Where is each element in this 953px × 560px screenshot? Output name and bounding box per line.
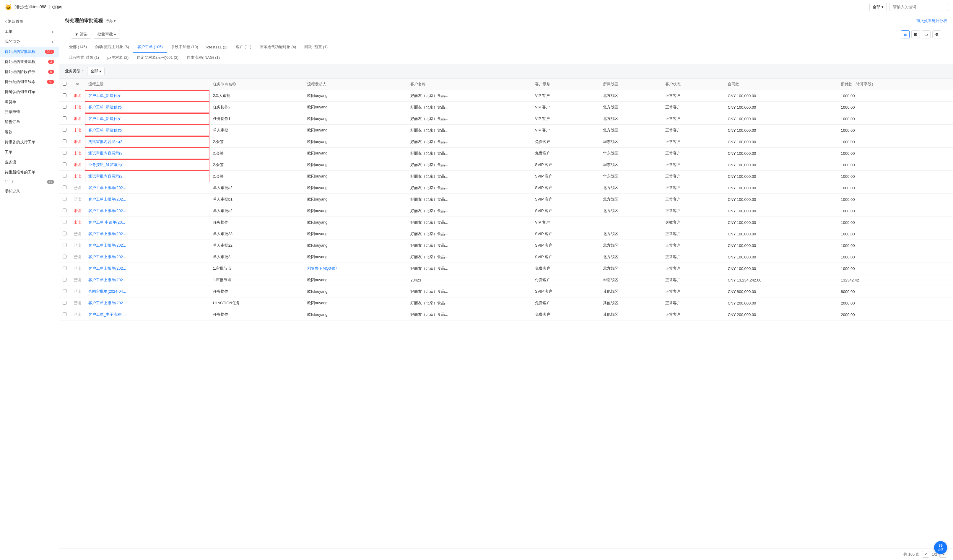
tab-candy[interactable]: 拿铁不加糖 (10) bbox=[167, 42, 202, 53]
row-check[interactable] bbox=[59, 205, 70, 217]
row-check[interactable] bbox=[59, 125, 70, 136]
flow-topic-cell[interactable]: 客户工单上报单(202... bbox=[85, 205, 210, 217]
row-checkbox[interactable] bbox=[63, 278, 67, 281]
row-check[interactable] bbox=[59, 159, 70, 171]
row-check[interactable] bbox=[59, 251, 70, 263]
sidebar-item-1111[interactable]: 1111 11 bbox=[0, 177, 59, 186]
row-checkbox[interactable] bbox=[63, 128, 67, 132]
sidebar-item-return-order[interactable]: 退货单 bbox=[0, 97, 59, 107]
flow-topic-link[interactable]: 客户工单_主子流程-... bbox=[88, 312, 126, 316]
flow-topic-link[interactable]: 客户工单_新建触发-... bbox=[88, 93, 126, 98]
list-view-button[interactable]: ☰ bbox=[901, 30, 910, 39]
grid-view-button[interactable]: ⊞ bbox=[911, 30, 920, 39]
flow-topic-link[interactable]: 客户工单上报单(202... bbox=[88, 278, 126, 282]
tab-customer[interactable]: 客户 (11) bbox=[231, 42, 256, 53]
flow-topic-cell[interactable]: 客户工单上报单(202... bbox=[85, 240, 210, 251]
sidebar-item-sales-order[interactable]: 销售订单 bbox=[0, 117, 59, 127]
row-checkbox[interactable] bbox=[63, 197, 67, 201]
row-checkbox[interactable] bbox=[63, 266, 67, 270]
flow-topic-link[interactable]: 客户工单_新建触发-... bbox=[88, 116, 126, 121]
tab-all[interactable]: 全部 (145) bbox=[65, 42, 91, 53]
flow-topic-link[interactable]: 客户工单 申请单(20... bbox=[88, 220, 125, 225]
flow-topic-cell[interactable]: 客户工单上报单(202... bbox=[85, 182, 210, 194]
flow-topic-cell[interactable]: 客户工单_新建触发-... bbox=[85, 90, 210, 102]
flow-topic-cell[interactable]: 客户工单_新建触发-... bbox=[85, 113, 210, 125]
sidebar-item-refund[interactable]: 退款 bbox=[0, 127, 59, 137]
sidebar-item-business-flow[interactable]: 业务流 bbox=[0, 157, 59, 167]
flow-topic-link[interactable]: 客户工单_新建触发-... bbox=[88, 128, 126, 132]
row-check[interactable] bbox=[59, 148, 70, 159]
row-check[interactable] bbox=[59, 136, 70, 148]
row-check[interactable] bbox=[59, 309, 70, 321]
sidebar-item-my-pending[interactable]: 我的待办 ▶ bbox=[0, 37, 59, 47]
row-checkbox[interactable] bbox=[63, 105, 67, 109]
sidebar-item-pending-assign[interactable]: 待分配的销售线索 69 bbox=[0, 77, 59, 87]
flow-topic-link[interactable]: 业务按钮_触发审批(... bbox=[88, 163, 126, 167]
check-all-header[interactable] bbox=[59, 79, 70, 90]
flow-topic-link[interactable]: 客户工单上报单(202... bbox=[88, 266, 126, 271]
scope-select[interactable]: 全部 ▾ bbox=[869, 3, 887, 11]
flow-topic-link[interactable]: 测试审批内容展示(2... bbox=[88, 151, 126, 155]
row-checkbox[interactable] bbox=[63, 243, 67, 247]
row-checkbox[interactable] bbox=[63, 174, 67, 178]
flow-topic-link[interactable]: 客户工单上报单(202... bbox=[88, 197, 126, 202]
sidebar-item-pending-repair[interactable]: 待重新维修的工单 bbox=[0, 167, 59, 177]
sidebar-item-work-order2[interactable]: 工单 bbox=[0, 147, 59, 157]
prev-page-button[interactable]: < bbox=[922, 551, 930, 558]
flow-topic-cell[interactable]: 测试审批内容展示(2... bbox=[85, 136, 210, 148]
flow-topic-cell[interactable]: 客户工单上报单(202... bbox=[85, 228, 210, 240]
flow-topic-link[interactable]: 客户工单上报单(202... bbox=[88, 254, 126, 259]
card-view-button[interactable]: ▭ bbox=[922, 30, 931, 39]
flow-topic-cell[interactable]: 测试审批内容展示(2... bbox=[85, 148, 210, 159]
tab-lctest[interactable]: lctest111 (2) bbox=[202, 42, 232, 52]
row-checkbox[interactable] bbox=[63, 254, 67, 258]
flow-topic-cell[interactable]: 测试审批内容展示(2... bbox=[85, 171, 210, 182]
flow-topic-cell[interactable]: 客户工单_新建触发-... bbox=[85, 125, 210, 136]
row-checkbox[interactable] bbox=[63, 289, 67, 293]
row-check[interactable] bbox=[59, 217, 70, 228]
row-check[interactable] bbox=[59, 298, 70, 309]
sidebar-item-back[interactable]: < 返回首页 bbox=[0, 17, 59, 26]
flow-topic-cell[interactable]: 客户工单上报单(202... bbox=[85, 263, 210, 275]
flow-topic-cell[interactable]: 客户工单_主子流程-... bbox=[85, 309, 210, 321]
sidebar-item-invoice[interactable]: 开票申请 bbox=[0, 107, 59, 117]
tab-flow-layout[interactable]: 流程布局 对象 (1) bbox=[65, 53, 103, 63]
flow-topic-link[interactable]: 客户工单上报单(202... bbox=[88, 301, 126, 305]
row-checkbox[interactable] bbox=[63, 301, 67, 304]
flow-topic-link[interactable]: 合同审批单(2024-04... bbox=[88, 289, 126, 293]
flow-topic-link[interactable]: 客户工单_新建触发-... bbox=[88, 105, 126, 109]
sidebar-item-pending-stage[interactable]: 待处理的阶段任务 6 bbox=[0, 67, 59, 77]
row-check[interactable] bbox=[59, 171, 70, 182]
row-checkbox[interactable] bbox=[63, 140, 67, 143]
stats-link[interactable]: 审批效率统计分析 bbox=[916, 18, 947, 23]
flow-topic-link[interactable]: 客户工单上报单(202... bbox=[88, 231, 126, 236]
batch-approve-button[interactable]: 批量审批 ▾ bbox=[94, 30, 120, 39]
tab-customer-workorder[interactable]: 客户工单 (105) bbox=[133, 42, 167, 53]
tab-demo[interactable]: 演示迭代功能对象 (4) bbox=[256, 42, 300, 53]
row-checkbox[interactable] bbox=[63, 312, 67, 316]
flow-topic-link[interactable]: 客户工单上报单(202... bbox=[88, 243, 126, 248]
tab-return-preset[interactable]: 回款_预置 (1) bbox=[300, 42, 332, 53]
row-check[interactable] bbox=[59, 240, 70, 251]
flow-topic-cell[interactable]: 客户工单上报单(202... bbox=[85, 275, 210, 286]
flow-topic-link[interactable]: 测试审批内容展示(2... bbox=[88, 140, 126, 144]
row-check[interactable] bbox=[59, 286, 70, 298]
row-check[interactable] bbox=[59, 263, 70, 275]
row-check[interactable] bbox=[59, 275, 70, 286]
flow-topic-cell[interactable]: 客户工单上报单(202... bbox=[85, 298, 210, 309]
row-check[interactable] bbox=[59, 194, 70, 205]
row-checkbox[interactable] bbox=[63, 93, 67, 97]
row-check[interactable] bbox=[59, 90, 70, 102]
sidebar-item-work-order[interactable]: 工单 ▶ bbox=[0, 26, 59, 37]
row-check[interactable] bbox=[59, 102, 70, 113]
flow-topic-cell[interactable]: 业务按钮_触发审批(... bbox=[85, 159, 210, 171]
row-checkbox[interactable] bbox=[63, 163, 67, 166]
sidebar-item-pending-exec[interactable]: 待报备的执行工单 bbox=[0, 137, 59, 147]
sidebar-item-pending-confirm[interactable]: 待确认的销售订单 bbox=[0, 87, 59, 97]
flow-topic-cell[interactable]: 客户工单上报单(202... bbox=[85, 251, 210, 263]
tab-free-flow[interactable]: 自由流程(INAG) (1) bbox=[183, 53, 224, 63]
row-checkbox[interactable] bbox=[63, 186, 67, 189]
row-checkbox[interactable] bbox=[63, 116, 67, 120]
filter-button[interactable]: ▼ 筛选 bbox=[71, 30, 91, 39]
row-check[interactable] bbox=[59, 182, 70, 194]
